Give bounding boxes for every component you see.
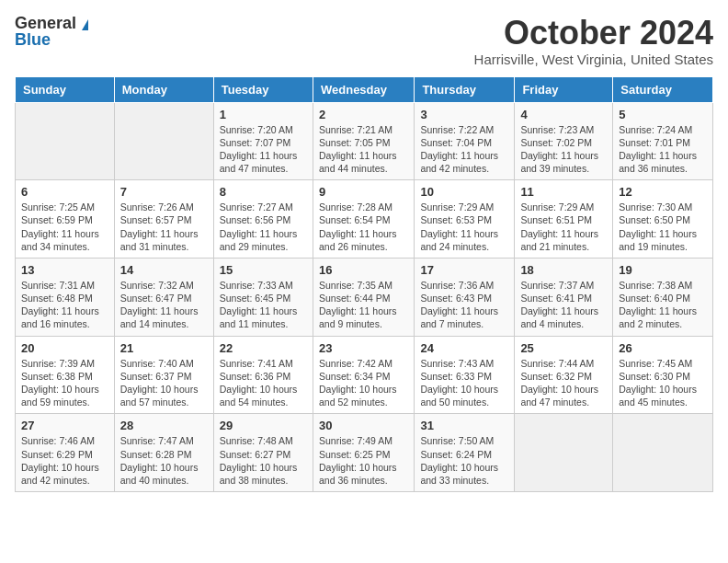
day-number: 17 [420,263,508,277]
day-cell: 25 Sunrise: 7:44 AMSunset: 6:32 PMDaylig… [515,336,613,414]
day-number: 31 [420,419,508,432]
week-row-3: 13 Sunrise: 7:31 AMSunset: 6:48 PMDaylig… [16,258,713,336]
day-cell: 21 Sunrise: 7:40 AMSunset: 6:37 PMDaylig… [114,336,213,414]
day-cell: 7 Sunrise: 7:26 AMSunset: 6:57 PMDayligh… [114,180,213,259]
day-number: 21 [120,341,208,355]
day-number: 4 [520,108,607,121]
day-cell [114,102,213,180]
day-cell: 13 Sunrise: 7:31 AMSunset: 6:48 PMDaylig… [16,258,115,336]
week-row-2: 6 Sunrise: 7:25 AMSunset: 6:59 PMDayligh… [16,180,713,259]
day-number: 3 [420,108,508,121]
logo-general: General [15,14,76,32]
day-cell: 6 Sunrise: 7:25 AMSunset: 6:59 PMDayligh… [16,180,115,259]
day-info: Sunrise: 7:29 AMSunset: 6:51 PMDaylight:… [520,201,598,252]
day-info: Sunrise: 7:47 AMSunset: 6:28 PMDaylight:… [120,435,199,486]
week-row-1: 1 Sunrise: 7:20 AMSunset: 7:07 PMDayligh… [16,102,713,180]
day-number: 8 [220,185,307,199]
day-number: 28 [120,419,208,432]
day-cell: 22 Sunrise: 7:41 AMSunset: 6:36 PMDaylig… [213,336,313,414]
day-info: Sunrise: 7:29 AMSunset: 6:53 PMDaylight:… [420,201,498,252]
header-monday: Monday [114,76,213,102]
day-info: Sunrise: 7:37 AMSunset: 6:41 PMDaylight:… [520,280,598,330]
day-info: Sunrise: 7:38 AMSunset: 6:40 PMDaylight:… [619,280,697,330]
day-number: 5 [619,108,707,121]
day-cell: 11 Sunrise: 7:29 AMSunset: 6:51 PMDaylig… [515,180,613,259]
day-info: Sunrise: 7:22 AMSunset: 7:04 PMDaylight:… [420,124,498,175]
day-cell: 2 Sunrise: 7:21 AMSunset: 7:05 PMDayligh… [313,102,414,180]
page-header: General Blue October 2024 Harrisville, W… [15,15,713,67]
day-cell: 19 Sunrise: 7:38 AMSunset: 6:40 PMDaylig… [613,258,713,336]
day-cell [515,414,613,492]
day-cell: 15 Sunrise: 7:33 AMSunset: 6:45 PMDaylig… [213,258,313,336]
day-number: 29 [220,419,307,432]
header-friday: Friday [515,76,613,102]
day-number: 20 [21,341,108,355]
header-tuesday: Tuesday [213,76,313,102]
day-info: Sunrise: 7:32 AMSunset: 6:47 PMDaylight:… [120,280,199,330]
day-cell: 28 Sunrise: 7:47 AMSunset: 6:28 PMDaylig… [114,414,213,492]
day-info: Sunrise: 7:39 AMSunset: 6:38 PMDaylight:… [21,358,99,408]
day-number: 14 [120,263,208,277]
header-saturday: Saturday [613,76,713,102]
day-cell: 27 Sunrise: 7:46 AMSunset: 6:29 PMDaylig… [16,414,115,492]
day-info: Sunrise: 7:31 AMSunset: 6:48 PMDaylight:… [21,280,99,330]
day-info: Sunrise: 7:28 AMSunset: 6:54 PMDaylight:… [319,201,397,252]
logo: General Blue [15,15,88,48]
day-cell: 16 Sunrise: 7:35 AMSunset: 6:44 PMDaylig… [313,258,414,336]
day-cell: 8 Sunrise: 7:27 AMSunset: 6:56 PMDayligh… [213,180,313,259]
title-block: October 2024 Harrisville, West Virginia,… [474,15,713,67]
day-cell: 30 Sunrise: 7:49 AMSunset: 6:25 PMDaylig… [313,414,414,492]
day-number: 10 [420,185,508,199]
day-cell [16,102,115,180]
day-number: 19 [619,263,707,277]
day-info: Sunrise: 7:20 AMSunset: 7:07 PMDaylight:… [220,124,298,175]
day-cell: 3 Sunrise: 7:22 AMSunset: 7:04 PMDayligh… [415,102,515,180]
day-number: 25 [520,341,607,355]
day-number: 23 [319,341,408,355]
day-number: 6 [21,185,108,199]
day-number: 7 [120,185,208,199]
logo-blue: Blue [15,30,51,49]
header-thursday: Thursday [415,76,515,102]
day-info: Sunrise: 7:24 AMSunset: 7:01 PMDaylight:… [619,124,697,175]
day-number: 27 [21,419,108,432]
day-info: Sunrise: 7:30 AMSunset: 6:50 PMDaylight:… [619,201,697,252]
day-number: 26 [619,341,707,355]
day-number: 2 [319,108,408,121]
day-cell: 31 Sunrise: 7:50 AMSunset: 6:24 PMDaylig… [415,414,515,492]
day-info: Sunrise: 7:49 AMSunset: 6:25 PMDaylight:… [319,435,397,486]
day-number: 9 [319,185,408,199]
day-number: 16 [319,263,408,277]
day-info: Sunrise: 7:35 AMSunset: 6:44 PMDaylight:… [319,280,397,330]
day-info: Sunrise: 7:33 AMSunset: 6:45 PMDaylight:… [220,280,298,330]
day-info: Sunrise: 7:41 AMSunset: 6:36 PMDaylight:… [220,358,298,408]
day-info: Sunrise: 7:48 AMSunset: 6:27 PMDaylight:… [220,435,298,486]
day-info: Sunrise: 7:25 AMSunset: 6:59 PMDaylight:… [21,201,99,252]
location: Harrisville, West Virginia, United State… [474,52,713,67]
day-cell: 12 Sunrise: 7:30 AMSunset: 6:50 PMDaylig… [613,180,713,259]
day-cell: 20 Sunrise: 7:39 AMSunset: 6:38 PMDaylig… [16,336,115,414]
day-cell [613,414,713,492]
day-info: Sunrise: 7:43 AMSunset: 6:33 PMDaylight:… [420,358,498,408]
day-info: Sunrise: 7:23 AMSunset: 7:02 PMDaylight:… [520,124,598,175]
day-info: Sunrise: 7:46 AMSunset: 6:29 PMDaylight:… [21,435,99,486]
header-sunday: Sunday [16,76,115,102]
day-cell: 23 Sunrise: 7:42 AMSunset: 6:34 PMDaylig… [313,336,414,414]
header-wednesday: Wednesday [313,76,414,102]
day-number: 1 [220,108,307,121]
day-cell: 18 Sunrise: 7:37 AMSunset: 6:41 PMDaylig… [515,258,613,336]
day-number: 18 [520,263,607,277]
day-info: Sunrise: 7:42 AMSunset: 6:34 PMDaylight:… [319,358,397,408]
day-info: Sunrise: 7:21 AMSunset: 7:05 PMDaylight:… [319,124,397,175]
day-cell: 4 Sunrise: 7:23 AMSunset: 7:02 PMDayligh… [515,102,613,180]
day-cell: 17 Sunrise: 7:36 AMSunset: 6:43 PMDaylig… [415,258,515,336]
day-info: Sunrise: 7:50 AMSunset: 6:24 PMDaylight:… [420,435,498,486]
day-cell: 10 Sunrise: 7:29 AMSunset: 6:53 PMDaylig… [415,180,515,259]
day-number: 30 [319,419,408,432]
day-info: Sunrise: 7:40 AMSunset: 6:37 PMDaylight:… [120,358,199,408]
day-number: 12 [619,185,707,199]
calendar-header-row: SundayMondayTuesdayWednesdayThursdayFrid… [16,76,713,102]
day-cell: 5 Sunrise: 7:24 AMSunset: 7:01 PMDayligh… [613,102,713,180]
day-cell: 1 Sunrise: 7:20 AMSunset: 7:07 PMDayligh… [213,102,313,180]
calendar-table: SundayMondayTuesdayWednesdayThursdayFrid… [15,76,713,492]
